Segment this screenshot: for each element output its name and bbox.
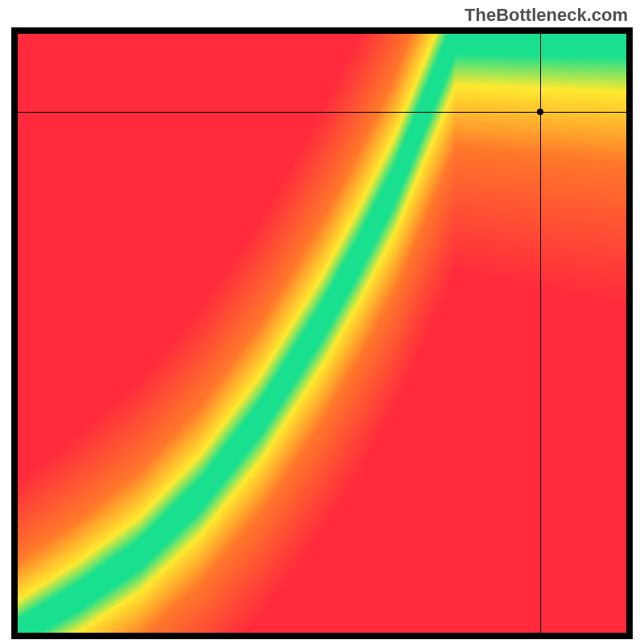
watermark-text: TheBottleneck.com [464,5,628,26]
crosshair-horizontal [18,112,626,113]
heatmap-canvas [18,34,626,633]
crosshair-marker-point [537,109,543,115]
heatmap-plot [11,27,633,639]
chart-container: TheBottleneck.com [0,0,644,644]
crosshair-vertical [540,34,541,633]
